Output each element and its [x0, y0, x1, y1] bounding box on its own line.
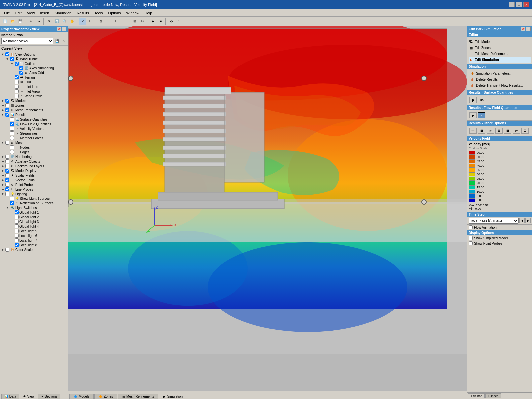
tb-info[interactable]: ℹ: [175, 18, 183, 25]
time-next-button[interactable]: ▶: [525, 218, 531, 223]
tree-item-local-light-7[interactable]: ▶ Local light 7: [10, 238, 67, 243]
tb-settings[interactable]: ⚙: [168, 18, 175, 25]
menu-help[interactable]: Help: [142, 10, 155, 16]
other-btn-2[interactable]: ⊞: [478, 128, 485, 134]
tree-item-global-light-2[interactable]: ▶ Global light 2: [10, 215, 67, 219]
tree-toggle[interactable]: ▶: [1, 164, 5, 168]
tree-toggle[interactable]: ▶: [1, 169, 5, 173]
checkbox-model-display[interactable]: [5, 169, 9, 173]
menu-window[interactable]: Window: [124, 10, 142, 16]
flow-p-button[interactable]: p: [469, 112, 477, 118]
tree-item-local-light-8[interactable]: ▶ Local light 8: [10, 243, 67, 247]
editor-header[interactable]: Editor: [467, 32, 532, 37]
editbar-header[interactable]: Edit Bar - Simulation 📌 ✕: [467, 26, 532, 32]
tb-iso[interactable]: ⊠: [97, 18, 105, 25]
tree-item-reflection-on-surfaces[interactable]: ▶ ✦ Reflection on Surfaces: [5, 201, 67, 205]
tree-item-auxiliary-objects[interactable]: ▶ ⊙ Auxiliary Objects: [1, 159, 67, 164]
other-btn-7[interactable]: ⊡: [521, 128, 529, 134]
tree-item-global-light-3[interactable]: ▶ Global light 3: [10, 219, 67, 224]
tb-redo[interactable]: ↪: [35, 18, 42, 25]
checkbox-local-light-7[interactable]: [15, 238, 19, 242]
tree-toggle[interactable]: ▶: [1, 159, 5, 163]
checkbox-results[interactable]: [5, 113, 9, 117]
checkbox-grid[interactable]: [15, 80, 19, 84]
other-options-header[interactable]: Results - Other Options: [467, 121, 532, 126]
tree-item-nodes[interactable]: ▶ · Nodes: [5, 145, 67, 150]
tree-toggle[interactable]: ▼: [10, 62, 14, 66]
checkbox-numbering[interactable]: [5, 155, 9, 159]
tree-item-vector-fields[interactable]: ▶ → Vector Fields: [1, 178, 67, 182]
tb-new[interactable]: 📄: [1, 18, 9, 25]
tree-toggle[interactable]: ▶: [1, 187, 5, 191]
flow-v-button[interactable]: v: [478, 112, 485, 118]
checkbox-flow-field[interactable]: [10, 122, 14, 126]
right-tab-editbar[interactable]: Edit Bar: [468, 393, 485, 398]
tb-velocity[interactable]: V: [79, 18, 86, 25]
checkbox-global-light-2[interactable]: [15, 215, 19, 219]
tb-top[interactable]: ⊤: [105, 18, 112, 25]
menu-results[interactable]: Results: [74, 10, 92, 16]
checkbox-global-light-4[interactable]: [15, 224, 19, 228]
tree-item-global-light-1[interactable]: ▶ Global light 1: [10, 210, 67, 215]
tree-item-velocity-vectors[interactable]: ▶ → Velocity Vectors: [5, 126, 67, 131]
checkbox-global-light-1[interactable]: [15, 210, 19, 214]
tb-undo[interactable]: ↩: [27, 18, 35, 25]
checkbox-outline[interactable]: [15, 62, 19, 66]
surf-cs-button[interactable]: Cs: [478, 97, 485, 103]
tree-item-edges[interactable]: ▶ ⊟ Edges: [5, 150, 67, 154]
menu-simulation[interactable]: Simulation: [52, 10, 74, 16]
tree-item-numbering[interactable]: ▶ 🔢 Numbering: [1, 154, 67, 159]
vp-tab-mesh-refinements[interactable]: ⊞ Mesh Refinements: [118, 394, 158, 399]
tree-item-color-scale[interactable]: ▶ 🎨 Color Scale: [1, 247, 67, 252]
tree-item-global-light-4[interactable]: ▶ Global light 4: [10, 224, 67, 229]
checkbox-inlet-arrow[interactable]: [15, 89, 19, 93]
tree-item-grid[interactable]: ▶ ⊞ Grid: [10, 80, 67, 84]
tree-toggle[interactable]: ▶: [1, 155, 5, 159]
tree-item-point-probes[interactable]: ▶ ⊙ Point Probes: [1, 182, 67, 187]
tree-item-inlet-arrow[interactable]: ▶ → Inlet Arrow: [10, 89, 67, 94]
tree-item-mesh-refinements[interactable]: ▶ ⊞ Mesh Refinements: [1, 108, 67, 112]
tree-item-streamlines[interactable]: ▶ 〜 Streamlines: [5, 131, 67, 136]
tree-item-wind-profile[interactable]: ▶ 〜 Wind Profile: [10, 94, 67, 98]
time-step-header[interactable]: Time Step: [467, 212, 532, 217]
tb-open[interactable]: 📂: [9, 18, 16, 25]
vp-tab-models[interactable]: 🔷 Models: [69, 394, 94, 399]
time-prev-button[interactable]: ◀: [519, 218, 525, 223]
menu-tools[interactable]: Tools: [92, 10, 106, 16]
checkbox-wind-profile[interactable]: [15, 94, 19, 98]
show-point-probes-checkbox[interactable]: [469, 241, 473, 245]
tb-pressure[interactable]: P: [87, 18, 94, 25]
tb-rotate[interactable]: 🔄: [53, 18, 61, 25]
tree-item-member-forces[interactable]: ▶ ↕ Member Forces: [5, 136, 67, 140]
vp-tab-simulation[interactable]: ▶ Simulation: [159, 394, 187, 399]
checkbox-edges[interactable]: [10, 150, 14, 154]
editor-item-edit-zones[interactable]: ▦ Edit Zones: [469, 45, 531, 51]
tree-item-lighting[interactable]: ▼ 💡 Lighting: [1, 192, 67, 196]
tree-toggle[interactable]: ▶: [1, 183, 5, 187]
vp-tab-zones[interactable]: 🔶 Zones: [94, 394, 117, 399]
other-btn-3[interactable]: ≋: [487, 128, 494, 134]
menu-insert[interactable]: Insert: [37, 10, 52, 16]
checkbox-lighting[interactable]: [5, 192, 9, 196]
checkbox-surface-quantities[interactable]: [10, 117, 14, 121]
checkbox-inlet-line[interactable]: [15, 85, 19, 89]
named-views-select[interactable]: No named views: [1, 38, 53, 44]
tb-side[interactable]: ⊣: [120, 18, 128, 25]
checkbox-vector-fields[interactable]: [5, 178, 9, 182]
tree-toggle[interactable]: ▶: [1, 103, 5, 107]
tb-zoom[interactable]: 🔍: [61, 18, 68, 25]
tb-clip[interactable]: ✂: [139, 18, 146, 25]
editor-item-edit-model[interactable]: 🏗 Edit Model: [469, 39, 531, 45]
tree-item-zones[interactable]: ▶ ▦ Zones: [1, 103, 67, 108]
tree-toggle[interactable]: ▼: [1, 52, 5, 56]
checkbox-zones[interactable]: [5, 103, 9, 107]
tb-pan[interactable]: ✋: [68, 18, 76, 25]
tb-play[interactable]: ▶: [149, 18, 157, 25]
tree-item-light-switches[interactable]: ▼ 🔦 Light Switches: [5, 205, 67, 210]
tree-toggle[interactable]: ▶: [1, 173, 5, 177]
checkbox-reflection-on-surfaces[interactable]: [10, 201, 14, 205]
tb-select[interactable]: ↖: [46, 18, 53, 25]
panel-close-button[interactable]: ✕: [62, 27, 66, 31]
tree-item-background-layers[interactable]: ▶ ⊛ Background Layers: [1, 164, 67, 168]
checkbox-models[interactable]: [5, 99, 9, 103]
